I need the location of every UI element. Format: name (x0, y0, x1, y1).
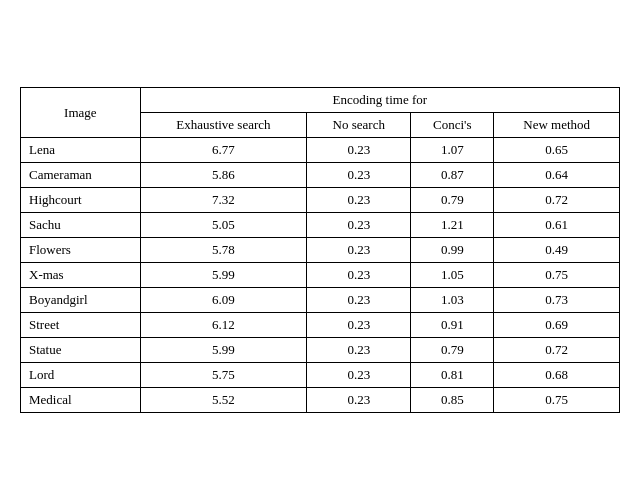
image-header: Image (21, 88, 141, 138)
col4-cell: 0.69 (494, 313, 620, 338)
col2-cell: 0.23 (307, 138, 411, 163)
table-row: Cameraman5.860.230.870.64 (21, 163, 620, 188)
col2-cell: 0.23 (307, 263, 411, 288)
col1-cell: 6.09 (140, 288, 307, 313)
image-cell: Flowers (21, 238, 141, 263)
image-cell: Statue (21, 338, 141, 363)
col3-cell: 0.91 (411, 313, 494, 338)
table-row: Street6.120.230.910.69 (21, 313, 620, 338)
col4-cell: 0.73 (494, 288, 620, 313)
table-row: Lena6.770.231.070.65 (21, 138, 620, 163)
col1-cell: 5.52 (140, 388, 307, 413)
col1-cell: 5.99 (140, 263, 307, 288)
table-row: Medical5.520.230.850.75 (21, 388, 620, 413)
col1-cell: 5.99 (140, 338, 307, 363)
col3-cell: 1.05 (411, 263, 494, 288)
table-row: X-mas5.990.231.050.75 (21, 263, 620, 288)
col4-header: New method (494, 113, 620, 138)
col3-cell: 0.79 (411, 338, 494, 363)
col3-cell: 0.87 (411, 163, 494, 188)
table-row: Statue5.990.230.790.72 (21, 338, 620, 363)
col2-header: No search (307, 113, 411, 138)
col2-cell: 0.23 (307, 238, 411, 263)
col2-cell: 0.23 (307, 313, 411, 338)
col4-cell: 0.72 (494, 188, 620, 213)
col4-cell: 0.68 (494, 363, 620, 388)
col1-cell: 5.86 (140, 163, 307, 188)
col2-cell: 0.23 (307, 163, 411, 188)
col4-cell: 0.61 (494, 213, 620, 238)
col2-cell: 0.23 (307, 288, 411, 313)
col4-cell: 0.65 (494, 138, 620, 163)
col3-cell: 1.03 (411, 288, 494, 313)
col2-cell: 0.23 (307, 188, 411, 213)
col3-cell: 0.85 (411, 388, 494, 413)
col1-cell: 5.75 (140, 363, 307, 388)
col3-cell: 1.21 (411, 213, 494, 238)
col1-cell: 6.12 (140, 313, 307, 338)
col1-cell: 5.05 (140, 213, 307, 238)
table-row: Highcourt7.320.230.790.72 (21, 188, 620, 213)
col4-cell: 0.75 (494, 388, 620, 413)
table-row: Boyandgirl6.090.231.030.73 (21, 288, 620, 313)
col4-cell: 0.49 (494, 238, 620, 263)
col2-cell: 0.23 (307, 388, 411, 413)
image-cell: Lena (21, 138, 141, 163)
col3-cell: 0.79 (411, 188, 494, 213)
col3-cell: 0.99 (411, 238, 494, 263)
col2-cell: 0.23 (307, 213, 411, 238)
col3-cell: 0.81 (411, 363, 494, 388)
image-cell: Medical (21, 388, 141, 413)
image-cell: Lord (21, 363, 141, 388)
table-row: Lord5.750.230.810.68 (21, 363, 620, 388)
image-cell: Boyandgirl (21, 288, 141, 313)
col4-cell: 0.72 (494, 338, 620, 363)
col4-cell: 0.75 (494, 263, 620, 288)
image-cell: Sachu (21, 213, 141, 238)
col2-cell: 0.23 (307, 338, 411, 363)
image-cell: Cameraman (21, 163, 141, 188)
col1-cell: 7.32 (140, 188, 307, 213)
col1-header: Exhaustive search (140, 113, 307, 138)
col3-cell: 1.07 (411, 138, 494, 163)
table-row: Flowers5.780.230.990.49 (21, 238, 620, 263)
encoding-time-header: Encoding time for (140, 88, 619, 113)
image-cell: Highcourt (21, 188, 141, 213)
col2-cell: 0.23 (307, 363, 411, 388)
image-cell: X-mas (21, 263, 141, 288)
table-container: Image Encoding time for Exhaustive searc… (20, 87, 620, 413)
col1-cell: 6.77 (140, 138, 307, 163)
col4-cell: 0.64 (494, 163, 620, 188)
table-row: Sachu5.050.231.210.61 (21, 213, 620, 238)
col1-cell: 5.78 (140, 238, 307, 263)
data-table: Image Encoding time for Exhaustive searc… (20, 87, 620, 413)
image-cell: Street (21, 313, 141, 338)
col3-header: Conci's (411, 113, 494, 138)
